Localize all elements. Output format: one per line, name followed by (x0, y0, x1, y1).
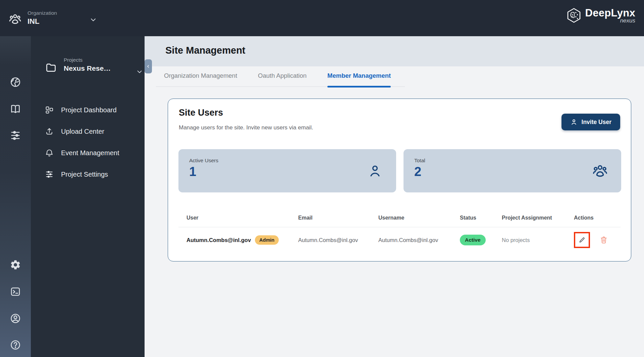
sliders-icon[interactable] (10, 130, 21, 141)
stat-total-users: Total 2 (404, 149, 621, 192)
sidebar-item-project-settings[interactable]: Project Settings (45, 164, 139, 185)
top-bar: Organization INL DeepLynx nexus (0, 0, 644, 36)
stat-label: Total (414, 158, 610, 164)
col-project-assignment: Project Assignment (494, 215, 566, 221)
stats-row: Active Users 1 Total 2 (178, 149, 621, 192)
stat-label: Active Users (189, 158, 385, 164)
sidebar-item-project-dashboard[interactable]: Project Dashboard (45, 99, 139, 121)
admin-badge: Admin (255, 235, 279, 245)
terminal-icon[interactable] (10, 286, 21, 297)
pencil-icon (578, 236, 586, 244)
organization-selector[interactable]: Organization INL (9, 10, 98, 26)
card-title: Site Users (179, 108, 223, 118)
project-selector[interactable]: Projects Nexus Rese… (45, 57, 136, 74)
site-users-card: Site Users Manage users for the site. In… (168, 99, 631, 261)
trash-icon[interactable] (599, 236, 608, 244)
col-actions: Actions (566, 215, 621, 221)
brand-name: DeepLynx (585, 7, 635, 19)
sidebar-collapse-button[interactable] (145, 59, 152, 73)
main-content: Site Management Organization Management … (145, 36, 644, 357)
users-icon (592, 163, 608, 179)
invite-user-label: Invite User (582, 119, 611, 126)
projects-label: Projects (64, 57, 111, 63)
tab-organization-management[interactable]: Organization Management (164, 72, 237, 86)
stat-value: 1 (189, 165, 385, 179)
user-cell: Autumn.Combs@inl.gov (186, 237, 251, 243)
project-sidebar: Projects Nexus Rese… Project Dashboard U… (31, 36, 145, 357)
upload-icon (45, 127, 54, 136)
table-header-row: User Email Username Status Project Assig… (178, 209, 621, 227)
brand-subname: nexus (620, 17, 635, 24)
stat-active-users: Active Users 1 (178, 149, 396, 192)
chevron-left-icon (146, 64, 151, 69)
globe-icon[interactable] (10, 76, 21, 88)
sidebar-menu: Project Dashboard Upload Center Event Ma… (45, 99, 139, 185)
chevron-down-icon[interactable] (136, 68, 144, 76)
invite-user-button[interactable]: Invite User (561, 114, 620, 130)
tab-member-management[interactable]: Member Management (327, 72, 391, 86)
bell-icon (45, 148, 54, 157)
user-icon (367, 163, 383, 179)
person-icon (570, 118, 578, 126)
organization-name: INL (28, 17, 57, 26)
folder-icon (45, 62, 57, 74)
sidebar-item-label: Upload Center (61, 128, 104, 135)
tab-oauth-application[interactable]: Oauth Application (258, 72, 307, 86)
email-cell: Autumn.Combs@inl.gov (290, 237, 370, 243)
tab-bar: Organization Management Oauth Applicatio… (156, 72, 405, 87)
col-status: Status (452, 215, 494, 221)
card-subtitle: Manage users for the site. Invite new us… (179, 124, 313, 131)
table-row: Autumn.Combs@inl.gov Admin Autumn.Combs@… (178, 227, 621, 253)
page-title: Site Management (165, 45, 246, 56)
edit-user-button-highlighted[interactable] (574, 232, 590, 248)
chevron-down-icon[interactable] (89, 15, 98, 24)
dashboard-icon (45, 106, 54, 114)
organization-label: Organization (28, 10, 57, 16)
icon-rail (0, 36, 31, 357)
brand-logo: DeepLynx nexus (566, 7, 635, 24)
site-users-table: User Email Username Status Project Assig… (178, 209, 621, 253)
gear-icon[interactable] (10, 259, 21, 271)
project-assignment-cell: No projects (494, 237, 566, 243)
project-name: Nexus Rese… (64, 64, 111, 72)
username-cell: Autumn.Combs@inl.gov (370, 237, 452, 243)
sliders-icon (45, 170, 54, 179)
col-username: Username (370, 215, 452, 221)
deeplynx-hexagon-brain-icon (566, 7, 582, 23)
organization-users-icon (9, 13, 21, 25)
sidebar-item-event-management[interactable]: Event Management (45, 142, 139, 164)
sidebar-item-upload-center[interactable]: Upload Center (45, 121, 139, 142)
help-icon[interactable] (10, 339, 21, 351)
book-icon[interactable] (10, 103, 21, 115)
col-email: Email (290, 215, 370, 221)
sidebar-item-label: Event Management (61, 149, 119, 157)
stat-value: 2 (414, 165, 610, 179)
status-badge: Active (460, 235, 486, 245)
sidebar-item-label: Project Dashboard (61, 106, 117, 114)
page-header-band: Site Management (145, 36, 644, 66)
col-user: User (178, 215, 290, 221)
sidebar-item-label: Project Settings (61, 171, 108, 178)
user-circle-icon[interactable] (10, 313, 21, 324)
